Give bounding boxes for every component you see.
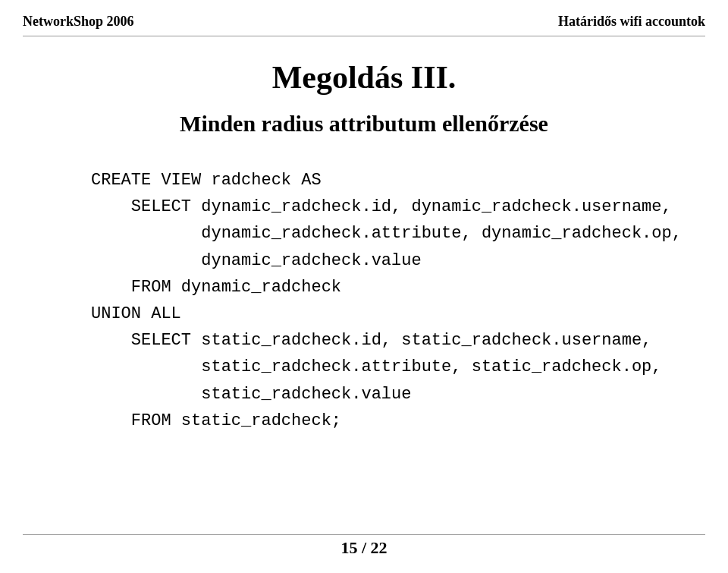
- code-line-6: UNION ALL: [91, 301, 682, 327]
- header-right-title: Határidős wifi accountok: [558, 14, 705, 30]
- footer-divider: [23, 534, 705, 535]
- code-line-1: CREATE VIEW radcheck AS: [91, 167, 682, 194]
- main-title: Megoldás III.: [46, 59, 682, 96]
- header: NetworkShop 2006 Határidős wifi accounto…: [0, 0, 728, 30]
- main-content: Megoldás III. Minden radius attributum e…: [0, 36, 728, 434]
- header-left-title: NetworkShop 2006: [23, 14, 134, 30]
- code-line-4: dynamic_radcheck.value: [91, 247, 682, 274]
- code-block: CREATE VIEW radcheck AS SELECT dynamic_r…: [46, 167, 682, 434]
- code-line-2: SELECT dynamic_radcheck.id, dynamic_radc…: [91, 194, 682, 220]
- code-line-8: static_radcheck.attribute, static_radche…: [91, 354, 682, 380]
- subtitle: Minden radius attributum ellenőrzése: [46, 111, 682, 137]
- code-line-7: SELECT static_radcheck.id, static_radche…: [91, 327, 682, 354]
- code-line-10: FROM static_radcheck;: [91, 408, 682, 434]
- code-line-9: static_radcheck.value: [91, 381, 682, 408]
- code-line-5: FROM dynamic_radcheck: [91, 274, 682, 301]
- footer: 15 / 22: [0, 538, 728, 558]
- code-line-3: dynamic_radcheck.attribute, dynamic_radc…: [91, 220, 682, 247]
- page-indicator: 15 / 22: [340, 538, 387, 557]
